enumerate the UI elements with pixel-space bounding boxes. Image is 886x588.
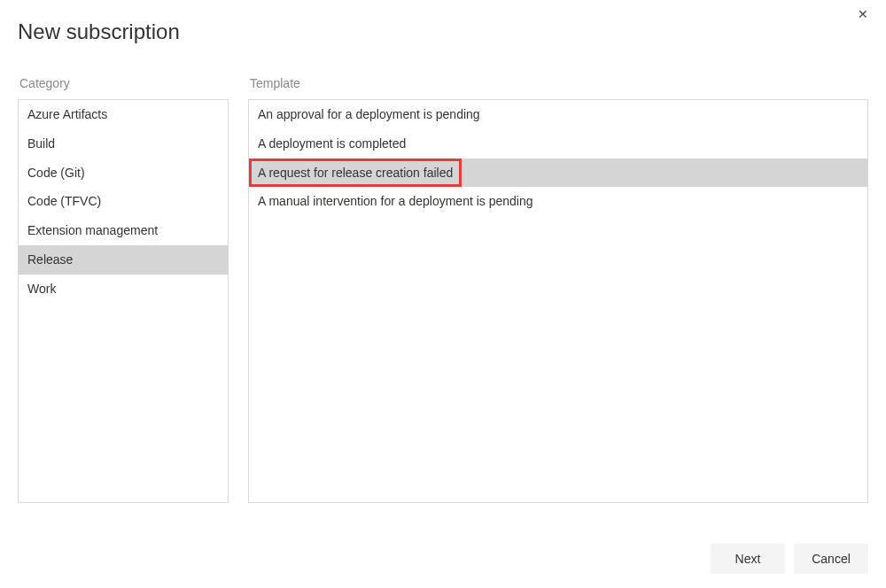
- close-icon: ✕: [858, 7, 868, 21]
- template-list: An approval for a deployment is pendingA…: [248, 99, 868, 503]
- dialog-title: New subscription: [0, 0, 886, 44]
- close-button[interactable]: ✕: [851, 2, 875, 27]
- dialog-buttons: Next Cancel: [711, 544, 868, 574]
- template-item-row: A request for release creation failed: [249, 159, 867, 188]
- template-item[interactable]: A request for release creation failed: [252, 161, 459, 185]
- category-item[interactable]: Release: [19, 245, 228, 275]
- dialog-body: Category Azure ArtifactsBuildCode (Git)C…: [0, 44, 886, 503]
- template-item[interactable]: A manual intervention for a deployment i…: [249, 187, 867, 216]
- category-item[interactable]: Build: [19, 129, 228, 159]
- category-item[interactable]: Code (Git): [19, 159, 228, 188]
- next-button[interactable]: Next: [711, 544, 785, 574]
- cancel-button[interactable]: Cancel: [794, 544, 868, 574]
- template-header: Template: [248, 76, 868, 90]
- template-item[interactable]: A deployment is completed: [249, 129, 867, 159]
- category-column: Category Azure ArtifactsBuildCode (Git)C…: [18, 76, 229, 503]
- category-item[interactable]: Work: [19, 275, 228, 304]
- category-item[interactable]: Code (TFVC): [19, 187, 228, 216]
- category-list: Azure ArtifactsBuildCode (Git)Code (TFVC…: [18, 99, 229, 503]
- template-column: Template An approval for a deployment is…: [248, 76, 868, 503]
- category-item[interactable]: Extension management: [19, 216, 228, 245]
- category-header: Category: [18, 76, 229, 90]
- template-highlight: A request for release creation failed: [249, 159, 462, 188]
- category-item[interactable]: Azure Artifacts: [19, 100, 228, 129]
- template-item[interactable]: An approval for a deployment is pending: [249, 100, 867, 129]
